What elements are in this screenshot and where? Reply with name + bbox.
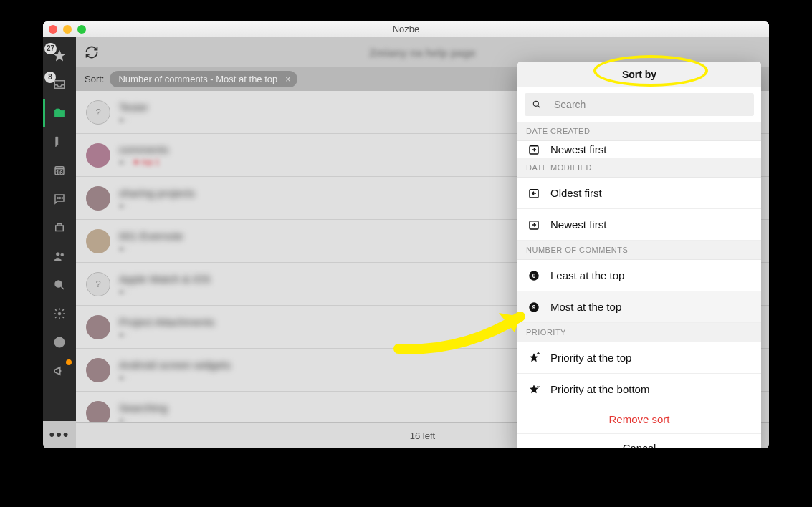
sidebar-projects[interactable] (43, 99, 76, 127)
option-pr-bottom[interactable]: Priority at the bottom (517, 374, 761, 405)
task-meta: ● · (119, 416, 168, 423)
sidebar-settings[interactable] (43, 299, 76, 328)
task-title: Searching (119, 402, 168, 414)
svg-text:0: 0 (532, 273, 536, 279)
avatar (86, 401, 110, 423)
calendar-forward-icon (527, 143, 540, 156)
refresh-button[interactable] (85, 37, 99, 67)
section-number-comments: NUMBER OF COMMENTS (517, 241, 761, 260)
sidebar-calendar[interactable]: 16 (43, 156, 76, 185)
svg-point-8 (58, 312, 61, 315)
avatar (86, 229, 110, 254)
cancel-button[interactable]: Cancel (517, 434, 761, 448)
svg-point-2 (59, 197, 61, 198)
inbox-badge: 8 (44, 72, 56, 83)
task-title: sharing projects (119, 187, 195, 199)
task-title: Project Attachments (119, 316, 214, 328)
sidebar-search[interactable] (43, 271, 76, 299)
svg-rect-4 (56, 226, 64, 231)
task-title: 001 Evernote (119, 230, 183, 242)
task-meta: ● · (119, 244, 183, 253)
window-title: Nozbe (43, 24, 769, 34)
task-title: comments (119, 143, 168, 155)
sidebar: 27 8 16 (43, 37, 76, 448)
option-dm-newest[interactable]: Newest first (517, 209, 761, 241)
main-area: Zmiany na help page Sort: Number of comm… (76, 37, 769, 448)
star-badge: 27 (44, 43, 57, 54)
sidebar-categories[interactable] (43, 127, 76, 156)
calendar-forward-icon (527, 218, 540, 231)
sidebar-announce[interactable] (43, 357, 76, 385)
sidebar-team[interactable] (43, 242, 76, 271)
svg-point-1 (57, 197, 59, 198)
sidebar-templates[interactable] (43, 213, 76, 242)
sidebar-comments[interactable] (43, 185, 76, 213)
avatar: ? (86, 272, 110, 296)
popup-header: Sort by (517, 62, 761, 87)
section-date-modified: DATE MODIFIED (517, 158, 761, 178)
project-title: Zmiany na help page (369, 47, 475, 59)
calendar-day: 16 (56, 169, 63, 176)
text-caret (548, 98, 548, 111)
titlebar: Nozbe (43, 21, 769, 37)
notification-dot (66, 359, 72, 365)
option-nc-least[interactable]: 0 Least at the top (517, 260, 761, 291)
app-window: Nozbe 27 8 16 (43, 21, 769, 448)
option-pr-top[interactable]: Priority at the top (517, 342, 761, 374)
avatar (86, 143, 110, 168)
task-meta: ● · (119, 330, 214, 339)
option-dm-oldest[interactable]: Oldest first (517, 178, 761, 209)
avatar (86, 186, 110, 211)
avatar (86, 358, 110, 382)
section-date-created: DATE CREATED (517, 122, 761, 141)
clear-sort-icon[interactable]: × (285, 74, 290, 84)
sidebar-priority[interactable]: 27 (43, 42, 76, 70)
task-meta: ● · (119, 287, 211, 296)
svg-point-3 (62, 197, 63, 198)
option-dc-newest[interactable]: Newest first (517, 141, 761, 158)
sidebar-billing[interactable] (43, 328, 76, 357)
sort-label: Sort: (85, 74, 104, 84)
task-meta: ● · (119, 201, 195, 210)
task-title: Apple Watch & iOS (119, 273, 211, 285)
avatar (86, 315, 110, 339)
task-meta: ● · (119, 373, 231, 382)
svg-point-6 (61, 254, 64, 256)
sort-search[interactable] (525, 93, 754, 116)
sort-chip[interactable]: Number of comments - Most at the top × (110, 71, 297, 87)
task-title: Android screen widgets (119, 359, 231, 371)
remove-sort-button[interactable]: Remove sort (517, 405, 761, 434)
search-icon (532, 100, 542, 110)
count-zero-icon: 0 (527, 269, 540, 282)
sort-search-input[interactable] (554, 99, 747, 110)
svg-text:9: 9 (532, 304, 536, 311)
avatar: ? (86, 100, 110, 125)
task-title: Tester (119, 101, 148, 113)
svg-point-5 (57, 253, 60, 256)
section-priority: PRIORITY (517, 323, 761, 342)
popup-title: Sort by (622, 69, 656, 80)
sort-popup: Sort by DATE CREATED Newest f (517, 62, 761, 448)
sidebar-inbox[interactable]: 8 (43, 70, 76, 99)
svg-point-10 (533, 101, 538, 106)
svg-point-7 (55, 281, 62, 287)
option-nc-most[interactable]: 9 Most at the top (517, 291, 761, 323)
star-up-icon (527, 352, 540, 364)
star-down-icon (527, 383, 540, 396)
more-button[interactable]: ••• (43, 421, 76, 448)
task-meta: ● · (119, 115, 148, 124)
count-nine-icon: 9 (527, 301, 540, 314)
task-meta: ● ·★ top 1 (119, 158, 168, 167)
calendar-back-icon (527, 187, 540, 200)
